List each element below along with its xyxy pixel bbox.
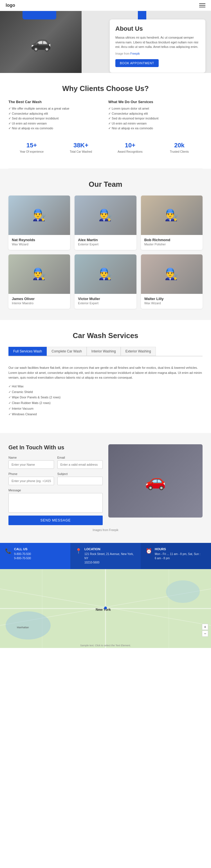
footer-box-content: CALL US 9-800-70-5009-800-70-500 xyxy=(14,548,31,560)
footer-info-box: 📍 LOCATION 121 Rock Street, 21 Avenue, N… xyxy=(70,543,141,569)
menu-button[interactable] xyxy=(199,3,205,7)
stat-label: Year Of experience xyxy=(11,150,52,153)
list-item: Interior Vacuum xyxy=(8,406,203,412)
form-row-1: Name Email xyxy=(8,456,103,469)
footer-box-title: LOCATION xyxy=(84,548,136,551)
service-tab[interactable]: Interior Washing xyxy=(86,347,121,356)
team-member-role: Master Polisher xyxy=(144,243,199,246)
service-tab[interactable]: Complete Car Wash xyxy=(47,347,86,356)
service-tab[interactable]: Full Services Wash xyxy=(8,347,47,356)
footer-box-title: HOURS xyxy=(155,548,200,551)
team-member-name: Victor Muller xyxy=(78,297,133,301)
list-item: Wipe Door Panels & Seats (2 rows) xyxy=(8,395,203,400)
team-title: Our Team xyxy=(8,180,203,189)
why-choose-title: Why Clients Choose Us? xyxy=(8,84,203,93)
service-tab[interactable]: Exterior Washing xyxy=(121,347,156,356)
team-image: 👨‍🔧 xyxy=(8,195,70,235)
about-text: Massa ultrices mi quis hendrerit. Ac ut … xyxy=(115,35,200,49)
footer-box-icon: ⏰ xyxy=(146,548,152,554)
svg-point-7 xyxy=(6,611,50,640)
phone-input[interactable] xyxy=(8,477,54,485)
list-item: Nisi ut aliquip ex ea commodo xyxy=(8,126,103,131)
why-grid: The Best Car Wash We offer multiple serv… xyxy=(8,100,203,131)
subject-label: Subject xyxy=(58,472,103,475)
freepik-link[interactable]: Freepik xyxy=(130,52,140,55)
map-zoom-controls: + − xyxy=(202,624,208,637)
list-item: Clean Rubber Mats (2 rows) xyxy=(8,400,203,406)
stat-number: 10+ xyxy=(109,142,151,149)
team-info: Walter Lilly Wax Wizard xyxy=(141,294,203,309)
team-member-name: Nat Reynolds xyxy=(12,238,67,242)
image-credit: Image from Freepik xyxy=(115,52,200,56)
service-tabs: Full Services WashComplete Car WashInter… xyxy=(8,347,203,356)
list-item: Ut enim ad minim veniam xyxy=(108,121,203,126)
svg-point-11 xyxy=(104,607,107,609)
stat-label: Total Car Washed xyxy=(60,150,102,153)
team-card: 👨‍🔧 Walter Lilly Wax Wizard xyxy=(141,254,203,309)
list-item: Ceramic Shield xyxy=(8,389,203,395)
list-item: Sed do eiusmod tempor incididunt xyxy=(8,116,103,121)
email-label: Email xyxy=(58,456,103,459)
service-content: Our car wash facilities feature flat-bel… xyxy=(8,361,203,422)
team-card: 👨‍🔧 Bob Richmond Master Polisher xyxy=(141,195,203,250)
stat-number: 15+ xyxy=(11,142,52,149)
footer-box-content: HOURS Mon - Fri ... 11 am - 8 pm, Sat, S… xyxy=(155,548,200,560)
footer-box-text: 6 am - 8 pm xyxy=(155,556,200,560)
footer-box-text: 121 Rock Street, 21 Avenue, New York, NY xyxy=(84,552,136,560)
zoom-in-button[interactable]: + xyxy=(202,624,208,630)
why-choose-section: Why Clients Choose Us? The Best Car Wash… xyxy=(0,73,211,168)
service-list: Hot WaxCeramic ShieldWipe Door Panels & … xyxy=(8,384,203,417)
team-info: Alex Martin Exterior Expert xyxy=(75,235,136,250)
form-row-2: Phone Subject xyxy=(8,472,103,485)
book-appointment-button[interactable]: BOOK APPOINTMENT xyxy=(115,59,159,67)
footer-box-text: 10210-5600 xyxy=(84,560,136,565)
contact-title: Get In Touch With us xyxy=(8,444,103,451)
phone-label: Phone xyxy=(8,472,54,475)
stat-number: 38K+ xyxy=(60,142,102,149)
subject-input[interactable] xyxy=(58,477,103,485)
footer-info-box: 📞 CALL US 9-800-70-5009-800-70-500 xyxy=(0,543,70,569)
why-col-2: What We Do Our Services Lorem ipsum dolo… xyxy=(108,100,203,131)
footer-box-title: CALL US xyxy=(14,548,31,551)
about-card: About Us Massa ultrices mi quis hendreri… xyxy=(110,20,205,73)
header: logo xyxy=(0,0,211,11)
email-input[interactable] xyxy=(58,460,103,469)
about-title: About Us xyxy=(115,25,200,32)
send-message-button[interactable]: SEND MESSAGE xyxy=(8,516,103,525)
team-image: 👨‍🔧 xyxy=(141,254,203,294)
contact-section: Get In Touch With us Name Email Phone Su… xyxy=(0,433,211,543)
team-image: 👨‍🔧 xyxy=(75,195,136,235)
contact-form: Get In Touch With us Name Email Phone Su… xyxy=(8,444,103,525)
subject-field-group: Subject xyxy=(58,472,103,485)
why-col1-list: We offer multiple services at a great va… xyxy=(8,106,103,131)
team-member-name: James Oliver xyxy=(12,297,67,301)
stat-box: 10+Award Recognitions xyxy=(107,138,153,157)
list-item: Lorem ipsum dolor sit amet xyxy=(108,106,203,111)
team-card: 👨‍🔧 Victor Muller Exterior Expert xyxy=(75,254,136,309)
why-col2-title: What We Do Our Services xyxy=(108,100,203,104)
list-item: Consectetur adipiscing elit xyxy=(8,111,103,116)
team-member-role: Wax Wizard xyxy=(12,243,67,246)
phone-field-group: Phone xyxy=(8,472,54,485)
zoom-out-button[interactable]: − xyxy=(202,630,208,637)
stat-box: 38K+Total Car Washed xyxy=(58,138,104,157)
footer-box-text: Mon - Fri ... 11 am - 8 pm, Sat, Sun : xyxy=(155,552,200,556)
svg-text:Manhattan: Manhattan xyxy=(17,626,29,629)
contact-grid: Get In Touch With us Name Email Phone Su… xyxy=(8,444,203,525)
stat-box: 15+Year Of experience xyxy=(8,138,55,157)
footer-box-icon: 📞 xyxy=(5,548,11,554)
list-item: Sed do eiusmod tempor incididunt xyxy=(108,116,203,121)
contact-image-placeholder: 🚗 xyxy=(108,444,203,518)
list-item: We offer multiple services at a great va… xyxy=(8,106,103,111)
name-label: Name xyxy=(8,456,54,459)
hero-image xyxy=(0,11,81,73)
message-input[interactable] xyxy=(8,493,103,513)
list-item: Windows Cleaned xyxy=(8,412,203,417)
name-input[interactable] xyxy=(8,460,54,469)
svg-text:New York: New York xyxy=(96,608,111,612)
footer-boxes: 📞 CALL US 9-800-70-5009-800-70-500 📍 LOC… xyxy=(0,543,211,569)
footer-box-text: 9-800-70-500 xyxy=(14,556,31,560)
team-image: 👨‍🔧 xyxy=(8,254,70,294)
hero-accent-top xyxy=(23,11,56,20)
logo: logo xyxy=(6,3,15,8)
